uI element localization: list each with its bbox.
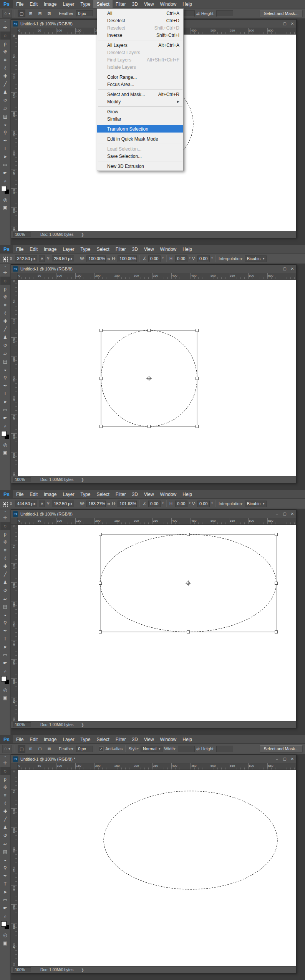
minimize-button[interactable]: – <box>273 267 281 271</box>
subtract-from-selection-button[interactable]: ⊟ <box>36 10 44 17</box>
menu-filter[interactable]: Filter <box>113 735 129 743</box>
horizontal-ruler[interactable]: 050100150200250300350400450500550600650 <box>18 518 296 525</box>
menu-image[interactable]: Image <box>41 735 60 743</box>
dodge-tool[interactable]: ⚲ <box>0 128 10 136</box>
hand-tool[interactable]: ☛ <box>0 169 10 177</box>
quick-selection-tool[interactable]: ❉ <box>0 783 10 791</box>
document-titlebar[interactable]: Ps Untitled-1 @ 100% (RGB/8) – ▢ ✕ <box>11 265 296 273</box>
y-input[interactable]: 152.50 px <box>52 501 74 507</box>
close-button[interactable]: ✕ <box>288 757 296 761</box>
width-scale-input[interactable]: 183.27% <box>86 501 106 507</box>
menu-type[interactable]: Type <box>77 245 93 253</box>
quick-mask-button[interactable]: ◎ <box>0 686 10 694</box>
menu-select[interactable]: Select <box>93 735 112 743</box>
close-button[interactable]: ✕ <box>288 22 296 26</box>
menu-image[interactable]: Image <box>41 245 60 253</box>
eraser-tool[interactable]: ▱ <box>0 594 10 602</box>
menu-item-all[interactable]: AllCtrl+A <box>97 10 183 17</box>
menu-help[interactable]: Help <box>179 245 195 253</box>
vertical-ruler[interactable]: 050100150200250300350400450500 <box>11 35 18 231</box>
elliptical-marquee-tool[interactable]: ◌ <box>0 277 10 285</box>
menu-item-focus-area[interactable]: Focus Area... <box>97 81 183 88</box>
new-selection-button[interactable]: ▢ <box>18 10 25 17</box>
blur-tool[interactable]: ◒ <box>0 120 10 128</box>
menu-select[interactable]: Select <box>93 245 112 253</box>
menu-edit[interactable]: Edit <box>27 245 41 253</box>
eyedropper-tool[interactable]: ℓ <box>0 309 10 317</box>
menu-layer[interactable]: Layer <box>60 0 77 8</box>
menu-layer[interactable]: Layer <box>60 735 77 743</box>
clone-stamp-tool[interactable]: ♟ <box>0 578 10 586</box>
clone-stamp-tool[interactable]: ♟ <box>0 88 10 96</box>
height-input[interactable] <box>216 746 233 752</box>
status-expander-icon[interactable]: ❯ <box>81 968 84 972</box>
dodge-tool[interactable]: ⚲ <box>0 619 10 627</box>
minimize-button[interactable]: – <box>273 22 281 26</box>
menu-edit[interactable]: Edit <box>27 490 41 498</box>
gradient-tool[interactable]: ▤ <box>0 847 10 856</box>
tool-preset-picker[interactable]: ◌ ▾ <box>2 745 12 753</box>
x-input[interactable]: 342.50 px <box>15 255 37 262</box>
menu-item-all-layers[interactable]: All LayersAlt+Ctrl+A <box>97 41 183 49</box>
move-tool[interactable]: ✛ <box>0 269 10 277</box>
style-select[interactable]: Normal ▾ <box>141 746 162 752</box>
type-tool[interactable]: T <box>0 144 10 153</box>
vertical-ruler[interactable]: 050100150200250300350400450500 <box>11 770 18 966</box>
relative-position-toggle[interactable]: ∆ <box>39 501 45 507</box>
menu-layer[interactable]: Layer <box>60 245 77 253</box>
menu-item-edit-in-quick-mask-mode[interactable]: Edit in Quick Mask Mode <box>97 135 183 143</box>
add-to-selection-button[interactable]: ⊞ <box>27 10 35 17</box>
menu-image[interactable]: Image <box>41 490 60 498</box>
menu-filter[interactable]: Filter <box>113 245 129 253</box>
eraser-tool[interactable]: ▱ <box>0 104 10 112</box>
link-dimensions-icon[interactable]: ∞ <box>107 256 110 261</box>
menu-type[interactable]: Type <box>77 490 93 498</box>
hand-tool[interactable]: ☛ <box>0 904 10 912</box>
path-selection-tool[interactable]: ➤ <box>0 398 10 406</box>
eyedropper-tool[interactable]: ℓ <box>0 799 10 807</box>
pen-tool[interactable]: ✒ <box>0 381 10 390</box>
menu-select[interactable]: Select <box>93 0 112 8</box>
menu-file[interactable]: File <box>13 0 27 8</box>
canvas[interactable] <box>18 770 296 966</box>
menu-item-new-3d-extrusion[interactable]: New 3D Extrusion <box>97 163 183 170</box>
minimize-button[interactable]: – <box>273 512 281 516</box>
maximize-button[interactable]: ▢ <box>281 757 288 761</box>
rectangle-tool[interactable]: ▭ <box>0 161 10 169</box>
blur-tool[interactable]: ◒ <box>0 365 10 373</box>
healing-brush-tool[interactable]: ✚ <box>0 317 10 325</box>
type-tool[interactable]: T <box>0 880 10 888</box>
menu-3d[interactable]: 3D <box>129 0 141 8</box>
move-tool[interactable]: ✛ <box>0 514 10 522</box>
document-titlebar[interactable]: Ps Untitled-1 @ 100% (RGB/8) – ▢ ✕ <box>11 510 296 518</box>
menu-edit[interactable]: Edit <box>27 0 41 8</box>
skew-h-input[interactable]: 0.00 <box>175 255 187 262</box>
crop-tool[interactable]: ⌗ <box>0 301 10 309</box>
gradient-tool[interactable]: ▤ <box>0 112 10 120</box>
tool-preset-picker[interactable]: ◌ ▾ <box>2 10 12 18</box>
new-selection-button[interactable]: ▢ <box>18 745 25 753</box>
screen-mode-button[interactable]: ▣ <box>0 939 10 947</box>
menu-filter[interactable]: Filter <box>113 490 129 498</box>
menu-3d[interactable]: 3D <box>129 735 141 743</box>
lasso-tool[interactable]: ρ <box>0 775 10 783</box>
menu-item-similar[interactable]: Similar <box>97 115 183 123</box>
zoom-tool[interactable]: ⌕ <box>0 667 10 675</box>
hand-tool[interactable]: ☛ <box>0 659 10 667</box>
menu-view[interactable]: View <box>141 490 157 498</box>
screen-mode-button[interactable]: ▣ <box>0 449 10 457</box>
menu-item-deselect[interactable]: DeselectCtrl+D <box>97 17 183 24</box>
eyedropper-tool[interactable]: ℓ <box>0 64 10 72</box>
healing-brush-tool[interactable]: ✚ <box>0 807 10 815</box>
zoom-tool[interactable]: ⌕ <box>0 912 10 920</box>
menu-file[interactable]: File <box>13 490 27 498</box>
history-brush-tool[interactable]: ↺ <box>0 831 10 839</box>
toolbar-collapse-icon[interactable]: » <box>4 510 6 514</box>
menu-type[interactable]: Type <box>77 735 93 743</box>
pen-tool[interactable]: ✒ <box>0 136 10 144</box>
elliptical-marquee-tool[interactable]: ◌ <box>0 32 10 40</box>
lasso-tool[interactable]: ρ <box>0 285 10 293</box>
menu-help[interactable]: Help <box>179 490 195 498</box>
menu-view[interactable]: View <box>141 0 157 8</box>
intersect-selection-button[interactable]: ⊠ <box>45 745 53 753</box>
